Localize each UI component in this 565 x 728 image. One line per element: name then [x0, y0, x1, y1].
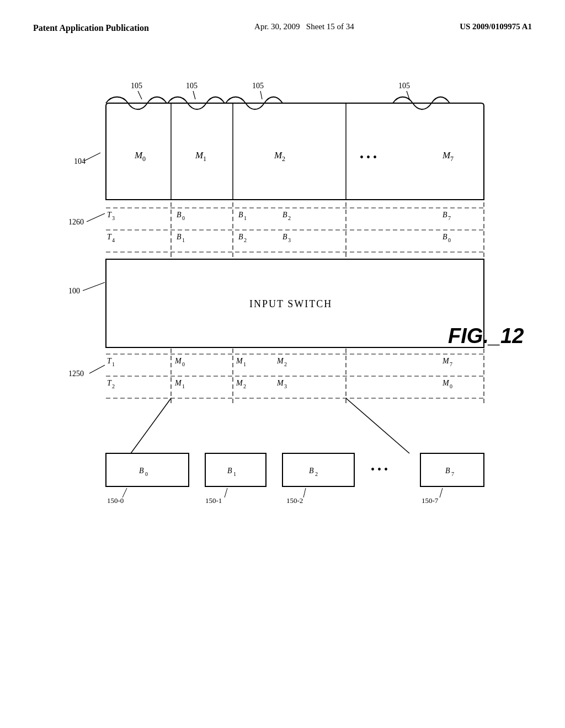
input-switch-label: INPUT SWITCH — [249, 298, 332, 309]
label-105-1: 105 — [131, 82, 142, 90]
label-B7-r1-sub: 7 — [448, 215, 451, 221]
svg-line-1 — [138, 91, 142, 99]
header-sheet: Sheet 15 of 34 — [306, 22, 354, 31]
label-B3-r2-sub: 3 — [288, 237, 291, 243]
label-M7-out-r1-sub: 7 — [450, 361, 452, 367]
label-M3-out-r2: M — [276, 379, 284, 387]
label-B1-r1-sub: 1 — [244, 215, 247, 221]
svg-line-28 — [225, 488, 227, 497]
svg-line-3 — [260, 91, 262, 99]
label-104: 104 — [74, 157, 86, 165]
label-B1-r2-sub: 1 — [182, 237, 185, 243]
label-M1-out-r1-sub: 1 — [243, 361, 246, 367]
label-B2-r1-sub: 2 — [288, 215, 291, 221]
label-M2-top: M — [274, 150, 282, 160]
label-B7-r1: B — [443, 211, 447, 219]
label-B2-box: B — [309, 467, 314, 475]
svg-line-16 — [83, 282, 105, 291]
box-B7 — [420, 453, 484, 486]
label-T4-sub: 4 — [112, 237, 115, 243]
label-B7-box-sub: 7 — [451, 471, 454, 477]
label-150-2: 150-2 — [286, 496, 303, 505]
label-B0-r1: B — [177, 211, 182, 219]
svg-line-27 — [122, 488, 127, 497]
label-M1-top: M — [195, 150, 204, 160]
svg-line-30 — [440, 488, 443, 497]
patent-number: US 2009/0109975 A1 — [460, 22, 532, 31]
label-B1-r2: B — [177, 233, 182, 241]
label-B7-box: B — [445, 467, 450, 475]
label-T4: T — [107, 233, 112, 241]
label-M1-out-r1: M — [236, 357, 243, 365]
svg-line-17 — [89, 365, 105, 373]
fig-label: FIG._12 — [448, 324, 524, 347]
label-B2-box-sub: 2 — [315, 471, 318, 477]
label-M0-out-r2-sub: 0 — [450, 383, 452, 389]
svg-line-26 — [346, 398, 409, 453]
label-M0-out-r1-sub: 0 — [182, 361, 185, 367]
label-M2-sub-top: 2 — [282, 155, 285, 163]
label-T1-sub: 1 — [112, 361, 115, 367]
label-T3: T — [107, 211, 112, 219]
label-1260: 1260 — [68, 218, 84, 226]
svg-line-8 — [87, 213, 105, 222]
label-T2: T — [107, 379, 112, 387]
label-M2-out-r1-sub: 2 — [284, 361, 287, 367]
label-M0-out-r2: M — [442, 379, 450, 387]
label-T2-sub: 2 — [112, 383, 115, 389]
fig-12-diagram: 104 105 105 105 105 — [45, 51, 531, 724]
label-1250: 1250 — [68, 370, 84, 378]
label-T3-sub: 3 — [112, 215, 115, 221]
label-150-0: 150-0 — [107, 496, 124, 505]
label-M7-top: M — [442, 150, 451, 160]
label-M0-sub-top: 0 — [142, 155, 146, 163]
page-header: Patent Application Publication Apr. 30, … — [33, 22, 532, 34]
label-M2-out-r2-sub: 2 — [243, 383, 246, 389]
label-B1-box-sub: 1 — [233, 471, 236, 477]
label-T1: T — [107, 357, 112, 365]
header-center: Apr. 30, 2009 Sheet 15 of 34 — [254, 22, 354, 31]
svg-line-25 — [131, 398, 171, 453]
label-M7-out-r1: M — [442, 357, 450, 365]
publication-title: Patent Application Publication — [33, 22, 149, 34]
label-M2-out-r1: M — [276, 357, 284, 365]
label-M7-sub-top: 7 — [450, 155, 454, 163]
label-B2-r1: B — [282, 211, 287, 219]
label-100: 100 — [68, 287, 80, 295]
label-105-3: 105 — [252, 82, 264, 90]
label-150-1: 150-1 — [205, 496, 222, 505]
label-M2-out-r2: M — [236, 379, 243, 387]
header-date: Apr. 30, 2009 — [254, 22, 300, 31]
label-150-7: 150-7 — [422, 496, 439, 505]
label-B2-r2-sub: 2 — [244, 237, 247, 243]
dots-top: • • • — [360, 151, 377, 163]
box-B0 — [106, 453, 189, 486]
label-105-2: 105 — [186, 82, 198, 90]
label-105-4: 105 — [398, 82, 410, 90]
label-B0-box: B — [139, 467, 144, 475]
box-B1 — [205, 453, 266, 486]
dots-bottom: • • • — [371, 463, 388, 475]
label-B1-r1: B — [238, 211, 243, 219]
page: Patent Application Publication Apr. 30, … — [0, 0, 565, 728]
svg-line-29 — [303, 488, 306, 497]
label-B3-r2: B — [282, 233, 287, 241]
label-B0-r2-sub: 0 — [448, 237, 451, 243]
label-B1-box: B — [227, 467, 232, 475]
svg-line-2 — [193, 91, 195, 99]
label-B0-r1-sub: 0 — [182, 215, 185, 221]
label-M0-top: M — [134, 150, 143, 160]
box-B2 — [282, 453, 354, 486]
label-M1-out-r2: M — [174, 379, 182, 387]
label-M0-out-r1: M — [174, 357, 182, 365]
svg-line-0 — [84, 153, 100, 161]
label-B0-r2: B — [443, 233, 447, 241]
label-B2-r2: B — [238, 233, 243, 241]
label-B0-box-sub: 0 — [145, 471, 148, 477]
label-M1-out-r2-sub: 1 — [182, 383, 185, 389]
diagram-container: 104 105 105 105 105 — [45, 51, 520, 724]
label-M3-out-r2-sub: 3 — [284, 383, 287, 389]
label-M1-sub-top: 1 — [203, 155, 206, 163]
